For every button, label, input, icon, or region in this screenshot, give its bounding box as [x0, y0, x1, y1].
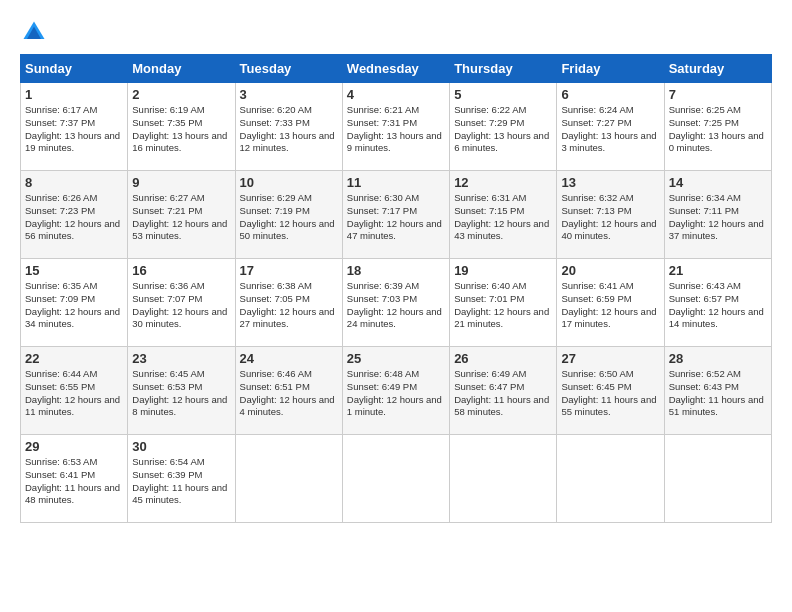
day-number: 30	[132, 439, 230, 454]
day-info: Sunrise: 6:21 AMSunset: 7:31 PMDaylight:…	[347, 104, 445, 155]
table-cell: 30Sunrise: 6:54 AMSunset: 6:39 PMDayligh…	[128, 435, 235, 523]
col-saturday: Saturday	[664, 55, 771, 83]
table-cell: 2Sunrise: 6:19 AMSunset: 7:35 PMDaylight…	[128, 83, 235, 171]
col-tuesday: Tuesday	[235, 55, 342, 83]
table-cell: 1Sunrise: 6:17 AMSunset: 7:37 PMDaylight…	[21, 83, 128, 171]
table-cell: 24Sunrise: 6:46 AMSunset: 6:51 PMDayligh…	[235, 347, 342, 435]
day-info: Sunrise: 6:48 AMSunset: 6:49 PMDaylight:…	[347, 368, 445, 419]
header	[20, 18, 772, 46]
day-info: Sunrise: 6:36 AMSunset: 7:07 PMDaylight:…	[132, 280, 230, 331]
logo	[20, 18, 52, 46]
table-cell: 28Sunrise: 6:52 AMSunset: 6:43 PMDayligh…	[664, 347, 771, 435]
table-cell: 29Sunrise: 6:53 AMSunset: 6:41 PMDayligh…	[21, 435, 128, 523]
day-info: Sunrise: 6:39 AMSunset: 7:03 PMDaylight:…	[347, 280, 445, 331]
col-friday: Friday	[557, 55, 664, 83]
table-cell: 25Sunrise: 6:48 AMSunset: 6:49 PMDayligh…	[342, 347, 449, 435]
day-info: Sunrise: 6:43 AMSunset: 6:57 PMDaylight:…	[669, 280, 767, 331]
table-cell: 18Sunrise: 6:39 AMSunset: 7:03 PMDayligh…	[342, 259, 449, 347]
day-number: 19	[454, 263, 552, 278]
day-info: Sunrise: 6:44 AMSunset: 6:55 PMDaylight:…	[25, 368, 123, 419]
table-cell	[664, 435, 771, 523]
day-number: 15	[25, 263, 123, 278]
day-number: 23	[132, 351, 230, 366]
day-number: 12	[454, 175, 552, 190]
calendar-week-row: 22Sunrise: 6:44 AMSunset: 6:55 PMDayligh…	[21, 347, 772, 435]
day-number: 6	[561, 87, 659, 102]
day-number: 17	[240, 263, 338, 278]
table-cell	[557, 435, 664, 523]
day-number: 18	[347, 263, 445, 278]
table-cell: 12Sunrise: 6:31 AMSunset: 7:15 PMDayligh…	[450, 171, 557, 259]
day-number: 25	[347, 351, 445, 366]
table-cell	[342, 435, 449, 523]
day-info: Sunrise: 6:31 AMSunset: 7:15 PMDaylight:…	[454, 192, 552, 243]
day-number: 2	[132, 87, 230, 102]
day-number: 27	[561, 351, 659, 366]
day-number: 4	[347, 87, 445, 102]
day-info: Sunrise: 6:30 AMSunset: 7:17 PMDaylight:…	[347, 192, 445, 243]
day-number: 28	[669, 351, 767, 366]
table-cell	[235, 435, 342, 523]
day-info: Sunrise: 6:41 AMSunset: 6:59 PMDaylight:…	[561, 280, 659, 331]
day-number: 14	[669, 175, 767, 190]
day-number: 24	[240, 351, 338, 366]
page: Sunday Monday Tuesday Wednesday Thursday…	[0, 0, 792, 612]
table-cell: 21Sunrise: 6:43 AMSunset: 6:57 PMDayligh…	[664, 259, 771, 347]
table-cell: 5Sunrise: 6:22 AMSunset: 7:29 PMDaylight…	[450, 83, 557, 171]
day-number: 7	[669, 87, 767, 102]
day-info: Sunrise: 6:53 AMSunset: 6:41 PMDaylight:…	[25, 456, 123, 507]
day-info: Sunrise: 6:19 AMSunset: 7:35 PMDaylight:…	[132, 104, 230, 155]
day-info: Sunrise: 6:49 AMSunset: 6:47 PMDaylight:…	[454, 368, 552, 419]
day-number: 10	[240, 175, 338, 190]
day-info: Sunrise: 6:32 AMSunset: 7:13 PMDaylight:…	[561, 192, 659, 243]
day-info: Sunrise: 6:38 AMSunset: 7:05 PMDaylight:…	[240, 280, 338, 331]
day-number: 16	[132, 263, 230, 278]
table-cell: 15Sunrise: 6:35 AMSunset: 7:09 PMDayligh…	[21, 259, 128, 347]
day-number: 8	[25, 175, 123, 190]
calendar-header-row: Sunday Monday Tuesday Wednesday Thursday…	[21, 55, 772, 83]
day-info: Sunrise: 6:29 AMSunset: 7:19 PMDaylight:…	[240, 192, 338, 243]
day-info: Sunrise: 6:17 AMSunset: 7:37 PMDaylight:…	[25, 104, 123, 155]
day-number: 5	[454, 87, 552, 102]
calendar-table: Sunday Monday Tuesday Wednesday Thursday…	[20, 54, 772, 523]
table-cell: 14Sunrise: 6:34 AMSunset: 7:11 PMDayligh…	[664, 171, 771, 259]
day-number: 9	[132, 175, 230, 190]
day-info: Sunrise: 6:25 AMSunset: 7:25 PMDaylight:…	[669, 104, 767, 155]
table-cell: 17Sunrise: 6:38 AMSunset: 7:05 PMDayligh…	[235, 259, 342, 347]
col-thursday: Thursday	[450, 55, 557, 83]
day-info: Sunrise: 6:34 AMSunset: 7:11 PMDaylight:…	[669, 192, 767, 243]
table-cell: 13Sunrise: 6:32 AMSunset: 7:13 PMDayligh…	[557, 171, 664, 259]
table-cell: 3Sunrise: 6:20 AMSunset: 7:33 PMDaylight…	[235, 83, 342, 171]
table-cell: 10Sunrise: 6:29 AMSunset: 7:19 PMDayligh…	[235, 171, 342, 259]
day-info: Sunrise: 6:52 AMSunset: 6:43 PMDaylight:…	[669, 368, 767, 419]
calendar-week-row: 29Sunrise: 6:53 AMSunset: 6:41 PMDayligh…	[21, 435, 772, 523]
calendar-week-row: 1Sunrise: 6:17 AMSunset: 7:37 PMDaylight…	[21, 83, 772, 171]
day-number: 22	[25, 351, 123, 366]
day-info: Sunrise: 6:50 AMSunset: 6:45 PMDaylight:…	[561, 368, 659, 419]
day-info: Sunrise: 6:35 AMSunset: 7:09 PMDaylight:…	[25, 280, 123, 331]
day-info: Sunrise: 6:20 AMSunset: 7:33 PMDaylight:…	[240, 104, 338, 155]
col-sunday: Sunday	[21, 55, 128, 83]
table-cell: 23Sunrise: 6:45 AMSunset: 6:53 PMDayligh…	[128, 347, 235, 435]
day-number: 21	[669, 263, 767, 278]
table-cell: 6Sunrise: 6:24 AMSunset: 7:27 PMDaylight…	[557, 83, 664, 171]
table-cell: 22Sunrise: 6:44 AMSunset: 6:55 PMDayligh…	[21, 347, 128, 435]
table-cell: 20Sunrise: 6:41 AMSunset: 6:59 PMDayligh…	[557, 259, 664, 347]
day-number: 13	[561, 175, 659, 190]
day-info: Sunrise: 6:24 AMSunset: 7:27 PMDaylight:…	[561, 104, 659, 155]
table-cell: 11Sunrise: 6:30 AMSunset: 7:17 PMDayligh…	[342, 171, 449, 259]
day-number: 1	[25, 87, 123, 102]
col-monday: Monday	[128, 55, 235, 83]
table-cell: 7Sunrise: 6:25 AMSunset: 7:25 PMDaylight…	[664, 83, 771, 171]
table-cell: 8Sunrise: 6:26 AMSunset: 7:23 PMDaylight…	[21, 171, 128, 259]
day-info: Sunrise: 6:27 AMSunset: 7:21 PMDaylight:…	[132, 192, 230, 243]
day-number: 29	[25, 439, 123, 454]
table-cell: 27Sunrise: 6:50 AMSunset: 6:45 PMDayligh…	[557, 347, 664, 435]
day-info: Sunrise: 6:45 AMSunset: 6:53 PMDaylight:…	[132, 368, 230, 419]
day-number: 3	[240, 87, 338, 102]
table-cell: 4Sunrise: 6:21 AMSunset: 7:31 PMDaylight…	[342, 83, 449, 171]
day-number: 11	[347, 175, 445, 190]
day-info: Sunrise: 6:46 AMSunset: 6:51 PMDaylight:…	[240, 368, 338, 419]
table-cell: 19Sunrise: 6:40 AMSunset: 7:01 PMDayligh…	[450, 259, 557, 347]
calendar-week-row: 15Sunrise: 6:35 AMSunset: 7:09 PMDayligh…	[21, 259, 772, 347]
